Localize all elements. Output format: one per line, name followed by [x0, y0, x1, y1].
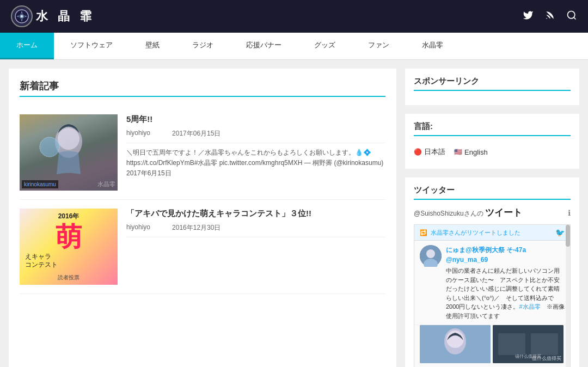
- lang-english[interactable]: 🇺🇸 English: [454, 148, 488, 156]
- article-card-1: kirinokasumu 水晶零 5周年!! hiyohiyo 2017年06月…: [20, 106, 385, 200]
- lang-japanese[interactable]: 🔴 日本語: [414, 147, 445, 157]
- content-area: 新着記事: [9, 69, 396, 367]
- svg-point-11: [426, 249, 435, 258]
- flag-jp-icon: 🔴: [414, 148, 422, 156]
- svg-point-7: [58, 128, 79, 150]
- tweet-image-1: [420, 325, 491, 363]
- thumb2-bottom: 読者投票: [58, 274, 79, 282]
- twitter-handle-label: @SuishoShizukuさんの: [414, 210, 483, 217]
- main-wrapper: 新着記事: [0, 60, 588, 367]
- article-title-2[interactable]: 「アキバで見かけた萌えキャラコンテスト」３位!!: [126, 209, 385, 219]
- watermark-1: 水晶零: [97, 180, 115, 188]
- search-icon[interactable]: [566, 10, 577, 23]
- language-options: 🔴 日本語 🇺🇸 English: [414, 143, 571, 161]
- tweet-text: 中国の業者さんに頼んだ新しいパソコン用のケース届いた〜 アスペクト比とか不安だっ…: [446, 266, 565, 320]
- nav-item-fan[interactable]: ファン: [352, 33, 406, 59]
- twitter-header: @SuishoShizukuさんの ツイート ℹ: [414, 206, 571, 219]
- twitter-bird-icon: 🐦: [555, 228, 565, 237]
- tweet-body: にゅま@秋季例大祭 そ-47a @nyu_ma_69 中国の業者さんに頼んだ新し…: [414, 241, 570, 325]
- sponsor-section: スポンサーリンク: [405, 69, 579, 105]
- info-icon[interactable]: ℹ: [568, 209, 571, 217]
- nav-item-suishozero[interactable]: 水晶零: [406, 33, 460, 59]
- tweet-feed-box: 🔁 水晶零さんがリツイートしました 🐦 にゅま@秋季例大祭 そ-47: [414, 224, 571, 367]
- article-title-1[interactable]: 5周年!!: [126, 114, 385, 125]
- nav-item-software[interactable]: ソフトウェア: [54, 33, 129, 59]
- svg-point-4: [568, 11, 575, 18]
- retweet-label-text: 水晶零さんがリツイートしました: [431, 229, 520, 237]
- thumb2-moe: 萌: [56, 224, 82, 250]
- twitter-subtitle: @SuishoShizukuさんの ツイート: [414, 206, 522, 219]
- tweet-content: にゅま@秋季例大祭 そ-47a @nyu_ma_69 中国の業者さんに頼んだ新し…: [446, 245, 565, 320]
- article-thumb-2: 2016年 萌 えキャラコンテスト 読者投票: [20, 209, 118, 285]
- tweet-overlay-text: 值什么值得买: [532, 355, 561, 362]
- scrollbar-track[interactable]: [566, 225, 570, 367]
- sponsor-title: スポンサーリンク: [414, 76, 571, 91]
- svg-point-3: [546, 18, 547, 19]
- tweet-avatar: [420, 245, 442, 267]
- nav-bar: ホーム ソフトウェア 壁紙 ラジオ 応援バナー グッズ ファン 水晶零: [0, 33, 588, 60]
- logo-icon: [11, 5, 33, 27]
- twitter-title-jp: ツイート: [485, 207, 522, 218]
- article-author-1: hiyohiyo: [126, 129, 150, 138]
- article-excerpt-1: ＼明日で五周年ですよ！／水晶零ちゃんをこれからもよろしくお願いします。💧💠 ht…: [126, 148, 385, 179]
- twitter-icon[interactable]: [523, 10, 534, 23]
- flag-us-icon: 🇺🇸: [454, 148, 462, 156]
- header-icons: [523, 10, 577, 23]
- tweet-username: にゅま@秋季例大祭 そ-47a @nyu_ma_69: [446, 245, 565, 265]
- rss-icon[interactable]: [544, 10, 555, 23]
- article-date-1: 2017年06月15日: [172, 129, 220, 138]
- thumb2-sub: えキャラコンテスト: [25, 253, 58, 270]
- section-title: 新着記事: [20, 79, 385, 97]
- tweet-retweet-label: 🔁 水晶零さんがリツイートしました 🐦: [414, 225, 570, 241]
- article-date-2: 2016年12月30日: [172, 223, 220, 233]
- nav-item-goods[interactable]: グッズ: [298, 33, 352, 59]
- svg-point-2: [21, 15, 23, 17]
- lang-en-label: English: [464, 148, 488, 156]
- article-thumb-1: kirinokasumu 水晶零: [20, 114, 118, 191]
- svg-rect-17: [498, 333, 525, 355]
- article-info-1: 5周年!! hiyohiyo 2017年06月15日 ＼明日で五周年ですよ！／水…: [126, 114, 385, 191]
- article-author-2: hiyohiyo: [126, 223, 150, 233]
- svg-point-8: [40, 137, 59, 157]
- lang-jp-label: 日本語: [424, 147, 445, 157]
- tweet-hashtag: #水晶零: [519, 303, 540, 310]
- logo-text: 水 晶 霏: [36, 8, 95, 25]
- article-info-2: 「アキバで見かけた萌えキャラコンテスト」３位!! hiyohiyo 2016年1…: [126, 209, 385, 285]
- nav-item-home[interactable]: ホーム: [0, 33, 54, 59]
- article-meta-2: hiyohiyo 2016年12月30日: [126, 223, 385, 237]
- nav-item-banner[interactable]: 応援バナー: [230, 33, 298, 59]
- scrollbar-thumb[interactable]: [566, 225, 570, 247]
- tweet-images: 値什么值得买 值什么值得买: [414, 325, 570, 367]
- twitter-section: ツイッター @SuishoShizukuさんの ツイート ℹ 🔁 水晶零さんがリ…: [405, 178, 579, 367]
- retweet-icon: 🔁: [420, 229, 427, 236]
- twitter-section-title: ツイッター: [414, 185, 571, 200]
- nav-item-radio[interactable]: ラジオ: [176, 33, 230, 59]
- language-title: 言語:: [414, 121, 571, 136]
- thumb2-year: 2016年: [58, 212, 79, 221]
- tweet-image-2: 値什么值得买 值什么值得买: [493, 325, 564, 363]
- article-card-2: 2016年 萌 えキャラコンテスト 読者投票 「アキバで見かけた萌えキャラコンテ…: [20, 200, 385, 294]
- logo-area[interactable]: 水 晶 霏: [11, 5, 95, 27]
- sidebar: スポンサーリンク 言語: 🔴 日本語 🇺🇸 English ツイッター @: [405, 69, 579, 367]
- svg-rect-18: [531, 333, 558, 355]
- language-section: 言語: 🔴 日本語 🇺🇸 English: [405, 114, 579, 169]
- site-header: 水 晶 霏: [0, 0, 588, 33]
- thumb-label-1: kirinokasumu: [22, 180, 58, 188]
- nav-item-wallpaper[interactable]: 壁紙: [129, 33, 176, 59]
- article-meta-1: hiyohiyo 2017年06月15日: [126, 129, 385, 143]
